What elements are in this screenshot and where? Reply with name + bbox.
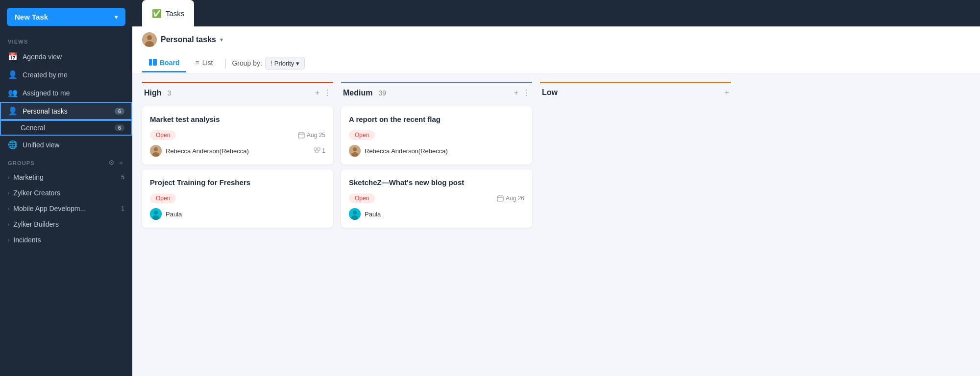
card-meta: Open xyxy=(349,130,524,140)
card-meta: Open xyxy=(150,193,325,203)
tab-tasks[interactable]: ✅ Tasks xyxy=(142,0,194,26)
card-sketchez[interactable]: SketcheZ—What's new blog post Open Aug 2… xyxy=(341,169,532,228)
add-group-icon[interactable]: ＋ xyxy=(118,159,124,167)
group-zylker-creators[interactable]: › Zylker Creators xyxy=(0,185,132,201)
group-marketing[interactable]: › Marketing 5 xyxy=(0,169,132,185)
board-icon xyxy=(149,59,157,67)
group-label: Marketing xyxy=(13,173,43,181)
card-date: Aug 25 xyxy=(298,132,325,139)
workspace-chevron-icon[interactable]: ▾ xyxy=(220,36,223,43)
settings-icon[interactable]: ⚙ xyxy=(108,159,115,167)
sidebar-item-created[interactable]: 👤 Created by me xyxy=(0,66,132,84)
svg-point-18 xyxy=(154,211,158,214)
svg-rect-12 xyxy=(314,148,317,150)
groups-actions[interactable]: ⚙ ＋ xyxy=(108,159,124,167)
more-options-icon[interactable]: ⋮ xyxy=(323,88,331,97)
add-card-icon[interactable]: + xyxy=(725,88,729,97)
list-icon: ≡ xyxy=(195,59,199,67)
card-report-flag[interactable]: A report on the recent flag Open Reb xyxy=(341,106,532,164)
card-date: Aug 26 xyxy=(497,195,524,202)
tab-divider xyxy=(225,58,226,68)
card-title: A report on the recent flag xyxy=(349,114,524,124)
svg-point-10 xyxy=(154,147,158,151)
groups-section: GROUPS ⚙ ＋ xyxy=(0,154,132,169)
new-task-button[interactable]: New Task ▾ xyxy=(7,8,125,26)
group-by-label: Group by: xyxy=(232,59,262,67)
column-title: Low xyxy=(542,88,558,97)
assignee-name: Paula xyxy=(365,211,381,218)
sidebar-item-personal[interactable]: 👤 Personal tasks 6 xyxy=(0,102,132,120)
group-label: Zylker Creators xyxy=(13,189,60,197)
column-actions-high: + ⋮ xyxy=(315,88,331,97)
svg-point-21 xyxy=(353,147,357,151)
chevron-right-icon: › xyxy=(8,237,9,243)
sidebar-item-label: Created by me xyxy=(23,71,68,79)
card-footer: Rebecca Anderson(Rebecca) xyxy=(349,145,524,157)
content-area: Personal tasks ▾ Board ≡ List xyxy=(132,26,980,376)
card-project-training[interactable]: Project Training for Freshers Open P xyxy=(142,169,333,228)
tab-list[interactable]: ≡ List xyxy=(188,55,220,72)
column-header-low: Low + xyxy=(540,82,731,101)
card-market-test[interactable]: Market test analysis Open Aug 25 xyxy=(142,106,333,164)
priority-icon: ! xyxy=(270,59,272,67)
svg-point-1 xyxy=(147,35,152,40)
sidebar-item-label: Unified view xyxy=(23,141,59,149)
card-title: SketcheZ—What's new blog post xyxy=(349,177,524,188)
workspace-name: Personal tasks xyxy=(161,35,216,44)
board-tab-label: Board xyxy=(160,59,179,67)
sidebar-item-general[interactable]: General 6 xyxy=(0,120,132,136)
topbar: ✅ Tasks xyxy=(132,0,980,26)
views-section-label: VIEWS xyxy=(0,34,132,47)
globe-icon: 🌐 xyxy=(8,140,18,149)
sidebar-item-unified[interactable]: 🌐 Unified view xyxy=(0,136,132,154)
person-icon: 👤 xyxy=(8,106,18,116)
column-medium: Medium 39 + ⋮ A report on the recent fla… xyxy=(341,82,532,228)
new-task-label: New Task xyxy=(15,13,48,21)
content-header: Personal tasks ▾ Board ≡ List xyxy=(132,26,980,74)
group-zylker-builders[interactable]: › Zylker Builders xyxy=(0,216,132,232)
group-incidents[interactable]: › Incidents xyxy=(0,232,132,248)
assignee-name: Rebecca Anderson(Rebecca) xyxy=(166,147,249,155)
tab-board[interactable]: Board xyxy=(142,55,186,72)
check-icon: ✅ xyxy=(152,9,162,18)
group-badge: 5 xyxy=(121,174,124,181)
more-options-icon[interactable]: ⋮ xyxy=(522,88,530,97)
column-title: Medium xyxy=(343,89,372,97)
personal-badge: 6 xyxy=(115,108,124,115)
column-actions-low: + xyxy=(725,88,729,97)
main-content: ✅ Tasks Personal tasks ▾ xyxy=(132,0,980,376)
chevron-right-icon: › xyxy=(8,190,9,196)
chevron-down-icon: ▾ xyxy=(115,14,118,21)
chevron-right-icon: › xyxy=(8,206,9,212)
tab-label: Tasks xyxy=(166,9,184,18)
dropdown-chevron-icon: ▾ xyxy=(296,60,299,67)
group-label: Mobile App Developm... xyxy=(13,205,86,212)
card-subtask: 1 xyxy=(314,147,325,154)
sidebar: New Task ▾ VIEWS 📅 Agenda view 👤 Created… xyxy=(0,0,132,376)
status-badge: Open xyxy=(349,193,375,203)
group-by-button[interactable]: ! Priority ▾ xyxy=(265,57,305,70)
sidebar-item-label: Personal tasks xyxy=(23,107,68,115)
sidebar-item-assigned[interactable]: 👥 Assigned to me xyxy=(0,84,132,102)
users-icon: 👥 xyxy=(8,88,18,97)
group-mobile-app[interactable]: › Mobile App Developm... 1 xyxy=(0,201,132,216)
svg-rect-4 xyxy=(153,59,157,66)
sidebar-item-agenda[interactable]: 📅 Agenda view xyxy=(0,47,132,66)
card-title: Project Training for Freshers xyxy=(150,177,325,188)
calendar-icon: 📅 xyxy=(8,52,18,61)
user-icon: 👤 xyxy=(8,70,18,79)
card-title: Market test analysis xyxy=(150,114,325,124)
group-label: Zylker Builders xyxy=(13,220,59,228)
add-card-icon[interactable]: + xyxy=(315,89,319,97)
avatar xyxy=(349,208,361,220)
sidebar-item-label: Assigned to me xyxy=(23,89,70,97)
card-meta: Open Aug 26 xyxy=(349,193,524,203)
sidebar-item-label: Agenda view xyxy=(23,53,62,61)
column-low: Low + xyxy=(540,82,731,101)
add-card-icon[interactable]: + xyxy=(514,89,518,97)
group-label: Incidents xyxy=(13,236,41,244)
sidebar-item-label: General xyxy=(21,124,45,132)
column-high: High 3 + ⋮ Market test analysis Open Aug xyxy=(142,82,333,228)
card-footer: Rebecca Anderson(Rebecca) 1 xyxy=(150,145,325,157)
column-count: 39 xyxy=(378,89,386,97)
